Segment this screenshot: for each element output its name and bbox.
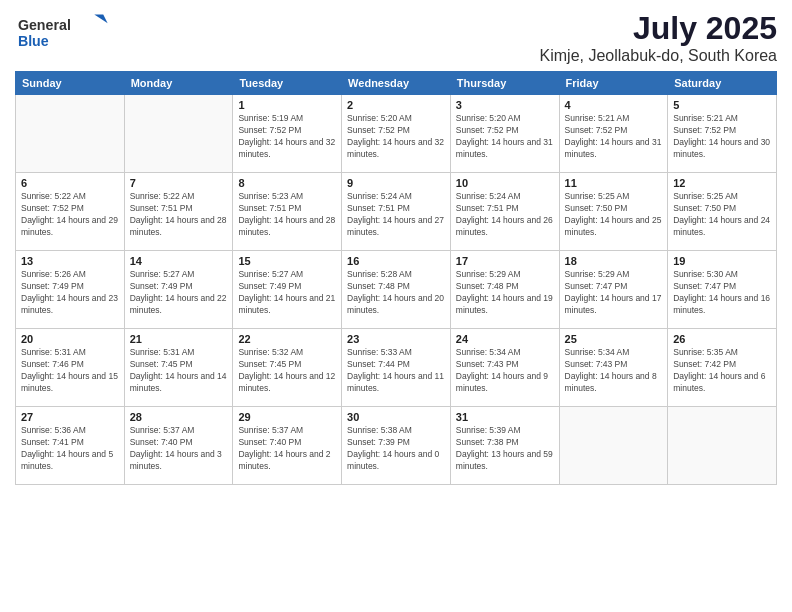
cell-sunrise: Sunrise: 5:28 AM <box>347 269 412 279</box>
table-row: 6 Sunrise: 5:22 AM Sunset: 7:52 PM Dayli… <box>16 173 125 251</box>
table-row: 15 Sunrise: 5:27 AM Sunset: 7:49 PM Dayl… <box>233 251 342 329</box>
cell-sunset: Sunset: 7:43 PM <box>565 359 628 369</box>
cell-sunset: Sunset: 7:42 PM <box>673 359 736 369</box>
cell-day-number: 25 <box>565 333 663 345</box>
cell-info: Sunrise: 5:39 AM Sunset: 7:38 PM Dayligh… <box>456 425 554 473</box>
cell-day-number: 3 <box>456 99 554 111</box>
cell-sunset: Sunset: 7:43 PM <box>456 359 519 369</box>
cell-daylight: Daylight: 14 hours and 2 minutes. <box>238 449 330 471</box>
cell-sunrise: Sunrise: 5:39 AM <box>456 425 521 435</box>
cell-info: Sunrise: 5:19 AM Sunset: 7:52 PM Dayligh… <box>238 113 336 161</box>
table-row: 11 Sunrise: 5:25 AM Sunset: 7:50 PM Dayl… <box>559 173 668 251</box>
calendar-title: July 2025 <box>540 10 777 47</box>
cell-daylight: Daylight: 14 hours and 8 minutes. <box>565 371 657 393</box>
cell-info: Sunrise: 5:36 AM Sunset: 7:41 PM Dayligh… <box>21 425 119 473</box>
table-row: 18 Sunrise: 5:29 AM Sunset: 7:47 PM Dayl… <box>559 251 668 329</box>
cell-info: Sunrise: 5:38 AM Sunset: 7:39 PM Dayligh… <box>347 425 445 473</box>
cell-day-number: 5 <box>673 99 771 111</box>
cell-sunset: Sunset: 7:52 PM <box>565 125 628 135</box>
cell-sunset: Sunset: 7:49 PM <box>238 281 301 291</box>
cell-daylight: Daylight: 14 hours and 25 minutes. <box>565 215 662 237</box>
cell-sunrise: Sunrise: 5:32 AM <box>238 347 303 357</box>
cell-daylight: Daylight: 14 hours and 17 minutes. <box>565 293 662 315</box>
cell-day-number: 31 <box>456 411 554 423</box>
cell-daylight: Daylight: 14 hours and 11 minutes. <box>347 371 444 393</box>
cell-sunset: Sunset: 7:41 PM <box>21 437 84 447</box>
cell-info: Sunrise: 5:29 AM Sunset: 7:48 PM Dayligh… <box>456 269 554 317</box>
cell-daylight: Daylight: 14 hours and 5 minutes. <box>21 449 113 471</box>
cell-sunset: Sunset: 7:40 PM <box>130 437 193 447</box>
cell-info: Sunrise: 5:25 AM Sunset: 7:50 PM Dayligh… <box>565 191 663 239</box>
cell-day-number: 17 <box>456 255 554 267</box>
cell-info: Sunrise: 5:28 AM Sunset: 7:48 PM Dayligh… <box>347 269 445 317</box>
logo-svg: General Blue <box>15 10 115 50</box>
cell-sunset: Sunset: 7:49 PM <box>130 281 193 291</box>
table-row: 27 Sunrise: 5:36 AM Sunset: 7:41 PM Dayl… <box>16 407 125 485</box>
table-row: 19 Sunrise: 5:30 AM Sunset: 7:47 PM Dayl… <box>668 251 777 329</box>
cell-daylight: Daylight: 14 hours and 26 minutes. <box>456 215 553 237</box>
cell-info: Sunrise: 5:35 AM Sunset: 7:42 PM Dayligh… <box>673 347 771 395</box>
cell-daylight: Daylight: 14 hours and 22 minutes. <box>130 293 227 315</box>
cell-info: Sunrise: 5:20 AM Sunset: 7:52 PM Dayligh… <box>456 113 554 161</box>
cell-day-number: 8 <box>238 177 336 189</box>
table-row: 21 Sunrise: 5:31 AM Sunset: 7:45 PM Dayl… <box>124 329 233 407</box>
cell-sunset: Sunset: 7:39 PM <box>347 437 410 447</box>
table-row: 5 Sunrise: 5:21 AM Sunset: 7:52 PM Dayli… <box>668 95 777 173</box>
cell-info: Sunrise: 5:37 AM Sunset: 7:40 PM Dayligh… <box>130 425 228 473</box>
cell-day-number: 21 <box>130 333 228 345</box>
cell-daylight: Daylight: 14 hours and 29 minutes. <box>21 215 118 237</box>
cell-day-number: 12 <box>673 177 771 189</box>
title-block: July 2025 Kimje, Jeollabuk-do, South Kor… <box>540 10 777 65</box>
cell-sunrise: Sunrise: 5:22 AM <box>21 191 86 201</box>
cell-sunrise: Sunrise: 5:35 AM <box>673 347 738 357</box>
cell-info: Sunrise: 5:21 AM Sunset: 7:52 PM Dayligh… <box>673 113 771 161</box>
header-thursday: Thursday <box>450 72 559 95</box>
cell-day-number: 22 <box>238 333 336 345</box>
cell-daylight: Daylight: 14 hours and 32 minutes. <box>238 137 335 159</box>
cell-day-number: 4 <box>565 99 663 111</box>
cell-day-number: 9 <box>347 177 445 189</box>
header-saturday: Saturday <box>668 72 777 95</box>
calendar-table: Sunday Monday Tuesday Wednesday Thursday… <box>15 71 777 485</box>
cell-sunset: Sunset: 7:45 PM <box>238 359 301 369</box>
cell-day-number: 20 <box>21 333 119 345</box>
cell-info: Sunrise: 5:27 AM Sunset: 7:49 PM Dayligh… <box>130 269 228 317</box>
cell-sunrise: Sunrise: 5:25 AM <box>565 191 630 201</box>
cell-sunrise: Sunrise: 5:30 AM <box>673 269 738 279</box>
cell-sunrise: Sunrise: 5:36 AM <box>21 425 86 435</box>
cell-daylight: Daylight: 14 hours and 23 minutes. <box>21 293 118 315</box>
cell-sunrise: Sunrise: 5:34 AM <box>456 347 521 357</box>
cell-info: Sunrise: 5:27 AM Sunset: 7:49 PM Dayligh… <box>238 269 336 317</box>
header-wednesday: Wednesday <box>342 72 451 95</box>
table-row <box>668 407 777 485</box>
table-row <box>124 95 233 173</box>
cell-daylight: Daylight: 14 hours and 19 minutes. <box>456 293 553 315</box>
cell-daylight: Daylight: 14 hours and 27 minutes. <box>347 215 444 237</box>
cell-daylight: Daylight: 14 hours and 31 minutes. <box>456 137 553 159</box>
logo: General Blue <box>15 10 115 50</box>
cell-daylight: Daylight: 14 hours and 32 minutes. <box>347 137 444 159</box>
cell-sunset: Sunset: 7:52 PM <box>238 125 301 135</box>
table-row: 9 Sunrise: 5:24 AM Sunset: 7:51 PM Dayli… <box>342 173 451 251</box>
cell-sunrise: Sunrise: 5:23 AM <box>238 191 303 201</box>
cell-sunrise: Sunrise: 5:38 AM <box>347 425 412 435</box>
cell-info: Sunrise: 5:25 AM Sunset: 7:50 PM Dayligh… <box>673 191 771 239</box>
cell-daylight: Daylight: 14 hours and 28 minutes. <box>130 215 227 237</box>
cell-sunset: Sunset: 7:52 PM <box>673 125 736 135</box>
cell-sunrise: Sunrise: 5:20 AM <box>347 113 412 123</box>
svg-marker-1 <box>94 14 107 23</box>
calendar-week-row: 20 Sunrise: 5:31 AM Sunset: 7:46 PM Dayl… <box>16 329 777 407</box>
cell-sunrise: Sunrise: 5:31 AM <box>130 347 195 357</box>
calendar-week-row: 6 Sunrise: 5:22 AM Sunset: 7:52 PM Dayli… <box>16 173 777 251</box>
cell-sunrise: Sunrise: 5:27 AM <box>130 269 195 279</box>
cell-sunset: Sunset: 7:52 PM <box>456 125 519 135</box>
calendar-week-row: 27 Sunrise: 5:36 AM Sunset: 7:41 PM Dayl… <box>16 407 777 485</box>
table-row: 10 Sunrise: 5:24 AM Sunset: 7:51 PM Dayl… <box>450 173 559 251</box>
cell-sunset: Sunset: 7:51 PM <box>130 203 193 213</box>
table-row: 22 Sunrise: 5:32 AM Sunset: 7:45 PM Dayl… <box>233 329 342 407</box>
cell-info: Sunrise: 5:23 AM Sunset: 7:51 PM Dayligh… <box>238 191 336 239</box>
cell-day-number: 29 <box>238 411 336 423</box>
cell-daylight: Daylight: 14 hours and 0 minutes. <box>347 449 439 471</box>
cell-daylight: Daylight: 14 hours and 3 minutes. <box>130 449 222 471</box>
table-row: 28 Sunrise: 5:37 AM Sunset: 7:40 PM Dayl… <box>124 407 233 485</box>
